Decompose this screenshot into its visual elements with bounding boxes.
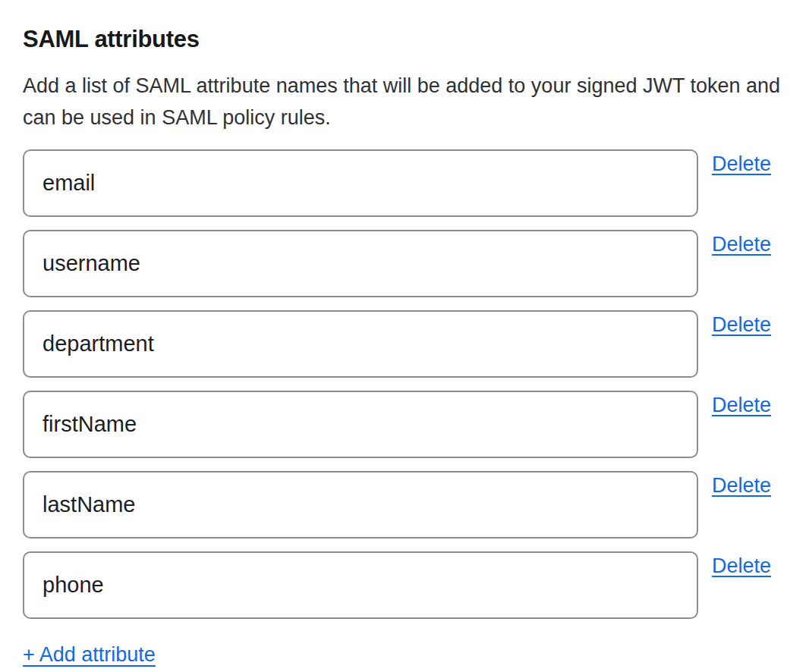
delete-attribute-link[interactable]: Delete xyxy=(712,231,771,257)
saml-attribute-input[interactable] xyxy=(23,471,698,539)
page-title: SAML attributes xyxy=(23,26,809,53)
saml-attribute-input[interactable] xyxy=(23,310,698,378)
delete-attribute-link[interactable]: Delete xyxy=(712,151,771,177)
delete-attribute-link[interactable]: Delete xyxy=(712,312,771,338)
saml-attributes-section: SAML attributes Add a list of SAML attri… xyxy=(0,0,809,672)
saml-attribute-input[interactable] xyxy=(23,149,698,217)
saml-attribute-input[interactable] xyxy=(23,230,698,297)
delete-attribute-link[interactable]: Delete xyxy=(712,392,771,418)
attribute-row: Delete xyxy=(23,230,809,297)
attribute-row: Delete xyxy=(23,551,809,619)
saml-attribute-input[interactable] xyxy=(23,391,698,458)
delete-attribute-link[interactable]: Delete xyxy=(712,553,771,579)
attribute-row: Delete xyxy=(23,471,809,539)
section-description: Add a list of SAML attribute names that … xyxy=(23,70,791,133)
add-attribute-link[interactable]: + Add attribute xyxy=(23,642,156,667)
attribute-row: Delete xyxy=(23,391,809,458)
saml-attribute-input[interactable] xyxy=(23,551,698,619)
attribute-row: Delete xyxy=(23,149,809,217)
attribute-row: Delete xyxy=(23,310,809,378)
delete-attribute-link[interactable]: Delete xyxy=(712,473,771,498)
